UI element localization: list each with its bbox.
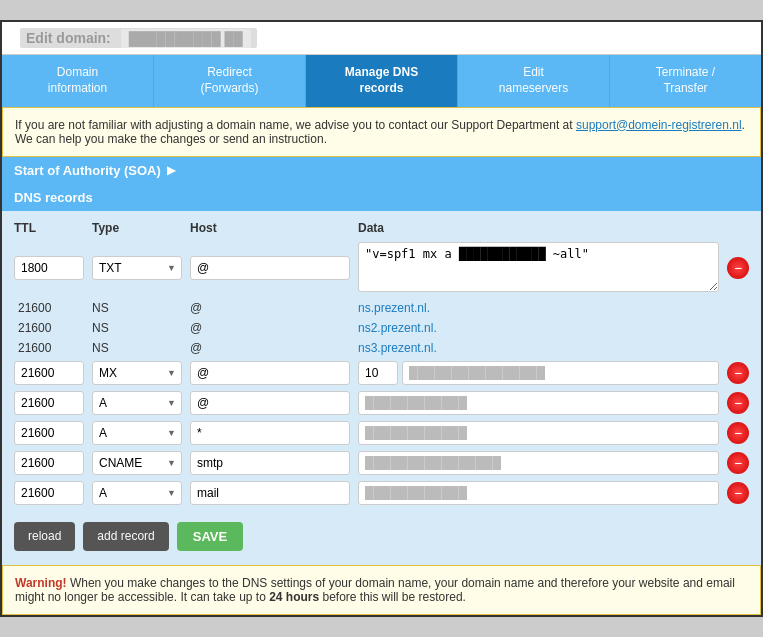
dns-content: Start of Authority (SOA) ▶ DNS records T… [2, 157, 761, 565]
window-title: Edit domain: ██████████ ██ [20, 28, 257, 48]
ns2-type: NS [92, 321, 182, 335]
soa-section-header[interactable]: Start of Authority (SOA) ▶ [2, 157, 761, 184]
mx-remove-button[interactable]: − [727, 362, 749, 384]
txt-data-wrap: "v=spf1 mx a ████████████ ~all" [358, 242, 719, 295]
ns1-host: @ [190, 301, 350, 315]
col-header-host: Host [190, 221, 350, 235]
amail-data-input[interactable] [358, 481, 719, 505]
dns-row-mx: MXAAAAACNAMENSSRVTXT − [14, 358, 749, 388]
amail-remove-button[interactable]: − [727, 482, 749, 504]
a2-remove-button[interactable]: − [727, 422, 749, 444]
dns-row-txt: TXTAAAAACNAMEMXNSSRV "v=spf1 mx a ██████… [14, 239, 749, 298]
cname-ttl-input[interactable] [14, 451, 84, 475]
mx-host-input[interactable] [190, 361, 350, 385]
ns1-ttl: 21600 [14, 301, 84, 315]
a2-type-select[interactable]: AAAAACNAMEMXNSSRVTXT [92, 421, 182, 445]
domain-name: ██████████ ██ [121, 29, 251, 48]
mx-data-wrap [358, 361, 719, 385]
mx-ttl-input[interactable] [14, 361, 84, 385]
amail-ttl-input[interactable] [14, 481, 84, 505]
action-buttons: reload add record SAVE [2, 514, 761, 555]
tab-terminate[interactable]: Terminate /Transfer [610, 55, 761, 106]
warning-text2: before this will be restored. [319, 590, 466, 604]
dns-row-ns2: 21600 NS @ ns2.prezent.nl. [14, 318, 749, 338]
cname-type-select[interactable]: CNAMEAAAAAMXNSSRVTXT [92, 451, 182, 475]
info-box: If you are not familiar with adjusting a… [2, 107, 761, 157]
a2-ttl-input[interactable] [14, 421, 84, 445]
dns-records-label: DNS records [14, 190, 93, 205]
add-record-button[interactable]: add record [83, 522, 168, 551]
ns3-data: ns3.prezent.nl. [358, 341, 749, 355]
a1-ttl-input[interactable] [14, 391, 84, 415]
tab-domain-information[interactable]: Domaininformation [2, 55, 154, 106]
a1-remove-button[interactable]: − [727, 392, 749, 414]
a2-host-input[interactable] [190, 421, 350, 445]
tab-edit-nameservers[interactable]: Editnameservers [458, 55, 610, 106]
ns2-host: @ [190, 321, 350, 335]
mx-priority-input[interactable] [358, 361, 398, 385]
tab-manage-dns[interactable]: Manage DNSrecords [306, 55, 458, 106]
edit-domain-window: Edit domain: ██████████ ██ Domaininforma… [0, 20, 763, 616]
warning-time: 24 hours [269, 590, 319, 604]
col-header-ttl: TTL [14, 221, 84, 235]
dns-row-a1: AAAAACNAMEMXNSSRVTXT − [14, 388, 749, 418]
support-link[interactable]: support@domein-registreren.nl [576, 118, 742, 132]
ns2-ttl: 21600 [14, 321, 84, 335]
cname-host-input[interactable] [190, 451, 350, 475]
mx-type-select[interactable]: MXAAAAACNAMENSSRVTXT [92, 361, 182, 385]
ns3-ttl: 21600 [14, 341, 84, 355]
column-headers: TTL Type Host Data [14, 217, 749, 239]
a1-host-input[interactable] [190, 391, 350, 415]
reload-button[interactable]: reload [14, 522, 75, 551]
info-text: If you are not familiar with adjusting a… [15, 118, 576, 132]
a2-type-select-wrap: AAAAACNAMEMXNSSRVTXT [92, 421, 182, 445]
dns-table: TTL Type Host Data TXTAAAAACNAMEMXNSSRV … [2, 211, 761, 514]
dns-row-a2: AAAAACNAMEMXNSSRVTXT − [14, 418, 749, 448]
save-button[interactable]: SAVE [177, 522, 243, 551]
soa-arrow-icon: ▶ [167, 164, 175, 177]
cname-data-input[interactable] [358, 451, 719, 475]
amail-type-select-wrap: AAAAACNAMEMXNSSRVTXT [92, 481, 182, 505]
a1-type-select[interactable]: AAAAACNAMEMXNSSRVTXT [92, 391, 182, 415]
dns-row-cname: CNAMEAAAAAMXNSSRVTXT − [14, 448, 749, 478]
txt-host-input[interactable] [190, 256, 350, 280]
title-bar: Edit domain: ██████████ ██ [2, 22, 761, 55]
txt-remove-button[interactable]: − [727, 257, 749, 279]
dns-row-a-mail: AAAAACNAMEMXNSSRVTXT − [14, 478, 749, 508]
a2-data-input[interactable] [358, 421, 719, 445]
col-header-type: Type [92, 221, 182, 235]
warning-label: Warning! [15, 576, 67, 590]
txt-ttl-input[interactable] [14, 256, 84, 280]
a1-type-select-wrap: AAAAACNAMEMXNSSRVTXT [92, 391, 182, 415]
warning-box: Warning! When you make changes to the DN… [2, 565, 761, 615]
tab-bar: Domaininformation Redirect(Forwards) Man… [2, 55, 761, 106]
amail-type-select[interactable]: AAAAACNAMEMXNSSRVTXT [92, 481, 182, 505]
ns1-type: NS [92, 301, 182, 315]
ns3-type: NS [92, 341, 182, 355]
txt-data-textarea[interactable]: "v=spf1 mx a ████████████ ~all" [358, 242, 719, 292]
ns1-data: ns.prezent.nl. [358, 301, 749, 315]
dns-row-ns3: 21600 NS @ ns3.prezent.nl. [14, 338, 749, 358]
cname-type-select-wrap: CNAMEAAAAAMXNSSRVTXT [92, 451, 182, 475]
dns-records-header: DNS records [2, 184, 761, 211]
dns-row-ns1: 21600 NS @ ns.prezent.nl. [14, 298, 749, 318]
txt-type-select[interactable]: TXTAAAAACNAMEMXNSSRV [92, 256, 182, 280]
a1-data-input[interactable] [358, 391, 719, 415]
amail-host-input[interactable] [190, 481, 350, 505]
col-header-data: Data [358, 221, 749, 235]
soa-label: Start of Authority (SOA) [14, 163, 161, 178]
ns3-host: @ [190, 341, 350, 355]
mx-value-input[interactable] [402, 361, 719, 385]
ns2-data: ns2.prezent.nl. [358, 321, 749, 335]
cname-remove-button[interactable]: − [727, 452, 749, 474]
txt-type-select-wrap: TXTAAAAACNAMEMXNSSRV [92, 256, 182, 280]
tab-redirect[interactable]: Redirect(Forwards) [154, 55, 306, 106]
title-text: Edit domain: [26, 30, 111, 46]
mx-type-select-wrap: MXAAAAACNAMENSSRVTXT [92, 361, 182, 385]
